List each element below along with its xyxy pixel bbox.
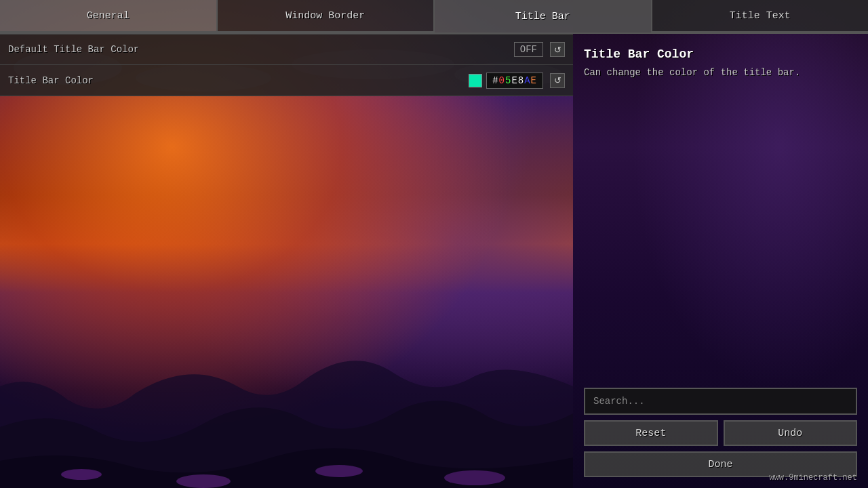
search-input[interactable]	[584, 388, 857, 415]
setting-value-title-bar-color: #05E8AE	[469, 73, 543, 89]
setting-label-title-bar-color: Title Bar Color	[8, 75, 469, 86]
info-panel: Title Bar Color Can change the color of …	[573, 34, 868, 488]
setting-row-default-title-bar-color: Default Title Bar Color OFF ↺	[0, 34, 573, 65]
reset-button[interactable]: Reset	[584, 420, 718, 446]
off-badge: OFF	[514, 42, 543, 57]
undo-button[interactable]: Undo	[724, 420, 858, 446]
bottom-controls: Reset Undo Done	[584, 388, 857, 477]
reset-default-title-bar-color-button[interactable]: ↺	[550, 42, 565, 57]
tab-general[interactable]: General	[0, 0, 218, 33]
setting-label-default-title-bar-color: Default Title Bar Color	[8, 44, 514, 55]
reset-title-bar-color-button[interactable]: ↺	[550, 73, 565, 88]
color-swatch-title-bar[interactable]	[469, 74, 482, 87]
tab-window-border[interactable]: Window Border	[218, 0, 435, 33]
settings-panel: Default Title Bar Color OFF ↺ Title Bar …	[0, 34, 573, 96]
info-description: Can change the color of the title bar.	[584, 66, 857, 80]
info-section: Title Bar Color Can change the color of …	[584, 47, 857, 80]
action-buttons-row: Reset Undo	[584, 420, 857, 446]
tab-title-bar[interactable]: Title Bar	[435, 0, 652, 33]
setting-row-title-bar-color: Title Bar Color #05E8AE ↺	[0, 65, 573, 96]
tab-bar: General Window Border Title Bar Title Te…	[0, 0, 868, 34]
tab-title-text[interactable]: Title Text	[652, 0, 869, 33]
hex-display-title-bar-color[interactable]: #05E8AE	[486, 73, 543, 89]
watermark: www.9minecraft.net	[769, 473, 857, 483]
setting-value-default-title-bar-color: OFF	[514, 42, 543, 57]
info-title: Title Bar Color	[584, 47, 857, 61]
